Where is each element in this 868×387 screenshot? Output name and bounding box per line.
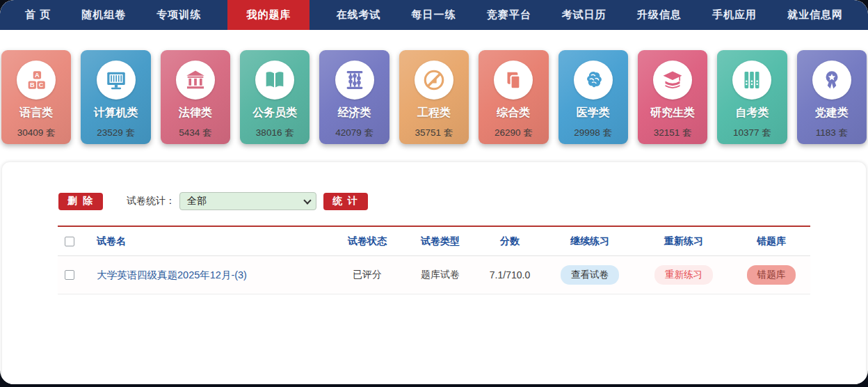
category-name: 语言类 (19, 106, 53, 120)
monitor-icon (97, 61, 136, 100)
abc-blocks-icon: ABC (17, 61, 56, 100)
nav-item-exam-calendar[interactable]: 考试日历 (558, 0, 611, 30)
nav-item-home[interactable]: 首 页 (21, 0, 55, 30)
header-paper-status: 试卷状态 (329, 235, 405, 248)
category-count: 42079 套 (335, 127, 373, 139)
nav-item-mobile-app[interactable]: 手机应用 (708, 0, 761, 30)
view-paper-button[interactable]: 查看试卷 (561, 265, 619, 285)
header-redo-practice: 重新练习 (635, 235, 732, 248)
category-card-language[interactable]: ABC 语言类 30409 套 (1, 50, 71, 144)
category-card-self-study[interactable]: 自考类 10377 套 (717, 50, 787, 144)
binders-icon (732, 61, 771, 100)
category-card-comprehensive[interactable]: 综合类 26290 套 (479, 50, 548, 144)
category-name: 自考类 (735, 106, 769, 120)
medal-icon (812, 61, 851, 100)
category-count: 5434 套 (179, 127, 211, 139)
header-wrong-book: 错题库 (732, 235, 810, 248)
nav-item-upgrade-info[interactable]: 升级信息 (633, 0, 686, 30)
nav-item-random-paper[interactable]: 随机组卷 (77, 0, 130, 30)
my-papers-panel: 删 除 试卷统计： 全部 统 计 试卷名 试卷状态 试卷类型 分数 继续练习 重… (1, 161, 867, 384)
category-count: 26290 套 (495, 127, 533, 139)
graduation-cap-icon (653, 61, 692, 100)
header-paper-type: 试卷类型 (405, 235, 475, 248)
header-continue-practice: 继续练习 (545, 235, 635, 248)
brain-icon (574, 61, 613, 100)
nav-item-special-training[interactable]: 专项训练 (152, 0, 205, 30)
category-name: 医学类 (577, 106, 610, 120)
svg-text:C: C (39, 81, 44, 88)
category-card-civil-servant[interactable]: 公务员类 38016 套 (240, 50, 310, 144)
category-name: 公务员类 (252, 106, 297, 120)
category-name: 综合类 (497, 106, 530, 120)
category-count: 23529 套 (97, 127, 135, 139)
nav-item-my-question-bank[interactable]: 我的题库 (227, 0, 310, 30)
header-paper-name: 试卷名 (97, 235, 329, 248)
courthouse-icon (176, 61, 215, 100)
redo-practice-button[interactable]: 重新练习 (654, 265, 713, 285)
category-card-medical[interactable]: 医学类 29998 套 (558, 50, 628, 144)
nav-item-daily-practice[interactable]: 每日一练 (408, 0, 460, 30)
table-row: 大学英语四级真题2025年12月-(3) 已评分 题库试卷 7.1/710.0 … (58, 256, 810, 294)
category-count: 38016 套 (256, 127, 294, 139)
category-name: 计算机类 (94, 106, 138, 120)
category-card-row: ABC 语言类 30409 套 计算机类 23529 套 法律类 5434 套 … (0, 30, 868, 144)
abacus-icon (335, 61, 374, 100)
svg-text:A: A (35, 72, 40, 79)
category-count: 29998 套 (574, 127, 612, 139)
category-name: 经济类 (338, 106, 371, 120)
delete-button[interactable]: 删 除 (58, 193, 103, 210)
category-card-engineering[interactable]: 工程类 35751 套 (399, 50, 469, 144)
stats-button[interactable]: 统 计 (323, 193, 368, 210)
svg-text:B: B (30, 81, 35, 88)
drafting-tools-icon (415, 61, 453, 100)
open-book-icon (255, 61, 294, 100)
paper-stats-select[interactable]: 全部 (179, 192, 316, 210)
nav-item-contest-platform[interactable]: 竞赛平台 (483, 0, 536, 30)
select-all-checkbox[interactable] (65, 237, 74, 246)
category-count: 10377 套 (733, 127, 771, 139)
category-card-economics[interactable]: 经济类 42079 套 (319, 50, 389, 144)
main-nav: 首 页 随机组卷 专项训练 我的题库 在线考试 每日一练 竞赛平台 考试日历 升… (0, 0, 868, 30)
category-count: 1183 套 (816, 127, 848, 139)
category-name: 工程类 (417, 106, 451, 120)
category-card-computer[interactable]: 计算机类 23529 套 (81, 50, 150, 144)
category-name: 研究生类 (650, 106, 695, 120)
books-icon (494, 61, 533, 100)
paper-stats-label: 试卷统计： (127, 195, 175, 207)
category-card-party-building[interactable]: 党建类 1183 套 (797, 50, 867, 144)
paper-stats-select-wrap: 全部 (179, 192, 316, 210)
category-count: 32151 套 (654, 127, 692, 139)
category-card-law[interactable]: 法律类 5434 套 (161, 50, 230, 144)
category-count: 30409 套 (17, 127, 56, 139)
papers-toolbar: 删 除 试卷统计： 全部 统 计 (2, 162, 866, 210)
category-name: 党建类 (815, 106, 849, 120)
header-score: 分数 (475, 235, 545, 248)
row-checkbox[interactable] (65, 270, 74, 280)
nav-item-online-exam[interactable]: 在线考试 (332, 0, 385, 30)
paper-type: 题库试卷 (405, 269, 475, 281)
wrong-book-button[interactable]: 错题库 (747, 265, 796, 285)
category-count: 35751 套 (415, 127, 453, 139)
nav-item-job-info[interactable]: 就业信息网 (783, 0, 847, 30)
paper-status: 已评分 (329, 269, 405, 281)
paper-score: 7.1/710.0 (475, 269, 545, 281)
category-card-graduate[interactable]: 研究生类 32151 套 (638, 50, 707, 144)
table-header-row: 试卷名 试卷状态 试卷类型 分数 继续练习 重新练习 错题库 (58, 227, 810, 256)
paper-name-link[interactable]: 大学英语四级真题2025年12月-(3) (97, 269, 329, 282)
category-name: 法律类 (179, 106, 212, 120)
papers-table: 试卷名 试卷状态 试卷类型 分数 继续练习 重新练习 错题库 大学英语四级真题2… (58, 226, 810, 294)
app-window: 首 页 随机组卷 专项训练 我的题库 在线考试 每日一练 竞赛平台 考试日历 升… (0, 0, 868, 384)
